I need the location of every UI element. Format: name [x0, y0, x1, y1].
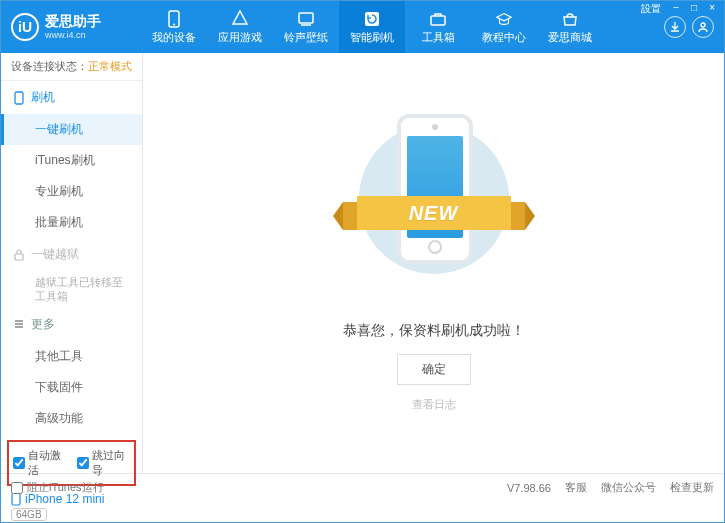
wallpaper-icon	[297, 10, 315, 28]
user-button[interactable]	[692, 16, 714, 38]
sidebar-item-download-firmware[interactable]: 下载固件	[1, 372, 142, 403]
nav-label: 工具箱	[422, 30, 455, 45]
nav-ringtones[interactable]: 铃声壁纸	[273, 1, 339, 53]
svg-rect-2	[299, 13, 313, 23]
storage-badge: 64GB	[11, 508, 47, 521]
section-label: 更多	[31, 316, 55, 333]
ok-button[interactable]: 确定	[397, 354, 471, 385]
new-ribbon: NEW	[357, 196, 511, 230]
checkbox-block-itunes[interactable]: 阻止iTunes运行	[11, 480, 104, 495]
wechat-link[interactable]: 微信公众号	[601, 480, 656, 495]
svg-rect-6	[15, 92, 23, 104]
status-message: 恭喜您，保资料刷机成功啦！	[343, 322, 525, 340]
checkbox-input[interactable]	[11, 482, 23, 494]
nav-apps[interactable]: 应用游戏	[207, 1, 273, 53]
nav-tutorials[interactable]: 教程中心	[471, 1, 537, 53]
nav-store[interactable]: 爱思商城	[537, 1, 603, 53]
brand-url: www.i4.cn	[45, 30, 101, 40]
close-button[interactable]: ×	[705, 2, 719, 16]
connection-status: 设备连接状态：正常模式	[1, 53, 142, 81]
sidebar-item-advanced[interactable]: 高级功能	[1, 403, 142, 434]
nav-label: 智能刷机	[350, 30, 394, 45]
nav-my-device[interactable]: 我的设备	[141, 1, 207, 53]
sidebar-item-itunes-flash[interactable]: iTunes刷机	[1, 145, 142, 176]
phone-icon	[165, 10, 183, 28]
main-content: NEW 恭喜您，保资料刷机成功啦！ 确定 查看日志	[143, 53, 724, 473]
checkbox-auto-activate[interactable]: 自动激活	[13, 448, 67, 478]
phone-icon	[13, 91, 25, 105]
support-link[interactable]: 客服	[565, 480, 587, 495]
nav-toolbox[interactable]: 工具箱	[405, 1, 471, 53]
nav-label: 爱思商城	[548, 30, 592, 45]
nav-label: 铃声壁纸	[284, 30, 328, 45]
svg-point-1	[173, 23, 175, 25]
checkbox-input[interactable]	[13, 457, 25, 469]
store-icon	[561, 10, 579, 28]
refresh-icon	[363, 10, 381, 28]
nav-smart-flash[interactable]: 智能刷机	[339, 1, 405, 53]
window-controls: 設置 − □ ×	[637, 2, 719, 16]
section-more[interactable]: 更多	[1, 308, 142, 341]
svg-rect-7	[15, 254, 23, 260]
version-label: V7.98.66	[507, 482, 551, 494]
section-label: 刷机	[31, 89, 55, 106]
check-update-link[interactable]: 检查更新	[670, 480, 714, 495]
settings-button[interactable]: 設置	[637, 2, 665, 16]
lock-icon	[13, 249, 25, 261]
graduation-icon	[495, 10, 513, 28]
jailbreak-note: 越狱工具已转移至工具箱	[1, 271, 142, 308]
section-label: 一键越狱	[31, 246, 79, 263]
brand-name: 爱思助手	[45, 14, 101, 29]
view-log-link[interactable]: 查看日志	[412, 397, 456, 412]
svg-rect-3	[365, 12, 379, 26]
sidebar-item-batch-flash[interactable]: 批量刷机	[1, 207, 142, 238]
menu-icon	[13, 318, 25, 330]
checkbox-input[interactable]	[77, 457, 89, 469]
illustration: NEW	[359, 114, 509, 304]
brand: iU 爱思助手 www.i4.cn	[1, 13, 141, 41]
top-nav: 我的设备 应用游戏 铃声壁纸 智能刷机 工具箱 教程中心 爱思商城	[141, 1, 664, 53]
sidebar-item-other-tools[interactable]: 其他工具	[1, 341, 142, 372]
sidebar-item-oneclick-flash[interactable]: 一键刷机	[1, 114, 142, 145]
sidebar-item-pro-flash[interactable]: 专业刷机	[1, 176, 142, 207]
connection-mode: 正常模式	[88, 60, 132, 72]
nav-label: 应用游戏	[218, 30, 262, 45]
maximize-button[interactable]: □	[687, 2, 701, 16]
sidebar: 设备连接状态：正常模式 刷机 一键刷机 iTunes刷机 专业刷机 批量刷机 一…	[1, 53, 143, 473]
title-right	[664, 16, 724, 38]
section-jailbreak: 一键越狱	[1, 238, 142, 271]
download-button[interactable]	[664, 16, 686, 38]
svg-rect-4	[431, 16, 445, 25]
minimize-button[interactable]: −	[669, 2, 683, 16]
apps-icon	[231, 10, 249, 28]
options-highlight-box: 自动激活 跳过向导	[7, 440, 136, 486]
nav-label: 教程中心	[482, 30, 526, 45]
nav-label: 我的设备	[152, 30, 196, 45]
logo-icon: iU	[11, 13, 39, 41]
svg-point-5	[701, 23, 705, 27]
checkbox-skip-guide[interactable]: 跳过向导	[77, 448, 131, 478]
toolbox-icon	[429, 10, 447, 28]
title-bar: iU 爱思助手 www.i4.cn 我的设备 应用游戏 铃声壁纸 智能刷机 工具…	[1, 1, 724, 53]
section-flash[interactable]: 刷机	[1, 81, 142, 114]
